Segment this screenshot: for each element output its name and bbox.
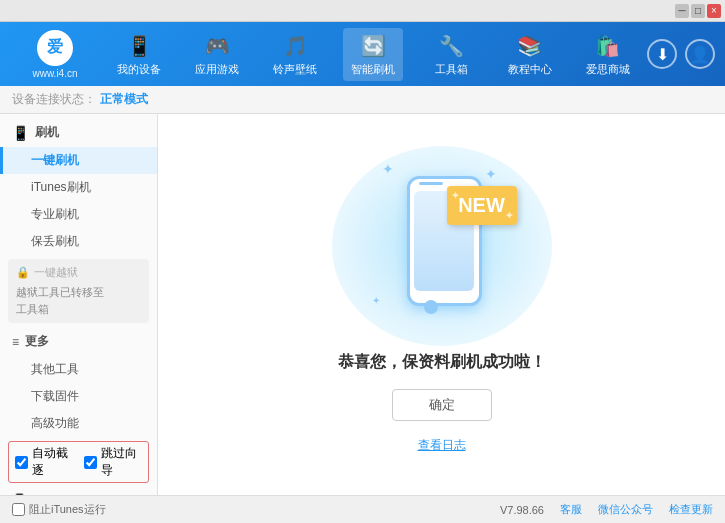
nav-right-btns: ⬇ 👤 <box>647 39 715 69</box>
more-section-icon: ≡ <box>12 335 19 349</box>
status-label: 设备连接状态： <box>12 91 96 108</box>
checkbox-highlight-area: 自动截逐 跳过向导 <box>8 441 149 483</box>
confirm-button[interactable]: 确定 <box>392 389 492 421</box>
nav-items: 📱 我的设备 🎮 应用游戏 🎵 铃声壁纸 🔄 智能刷机 🔧 工具箱 📚 教程中心… <box>100 28 647 81</box>
toolbox-label: 工具箱 <box>435 62 468 77</box>
jailbreak-title: 🔒 一键越狱 <box>16 265 141 280</box>
auto-upload-input[interactable] <box>15 456 28 469</box>
skip-wizard-label: 跳过向导 <box>101 445 143 479</box>
sparkle-1: ✦ <box>382 161 394 177</box>
bottom-right: V7.98.66 客服 微信公众号 检查更新 <box>500 502 713 517</box>
download-nav-btn[interactable]: ⬇ <box>647 39 677 69</box>
device-name: 📱 iPhone 12 mini <box>12 493 145 495</box>
logo-icon: 爱 <box>37 30 73 66</box>
apps-icon: 🎮 <box>203 32 231 60</box>
wechat-link[interactable]: 微信公众号 <box>598 502 653 517</box>
block-itunes-checkbox[interactable]: 阻止iTunes运行 <box>12 502 106 517</box>
tutorial-icon: 📚 <box>516 32 544 60</box>
device-section: 📱 iPhone 12 mini 64GB Down-12mini-13,1 <box>0 487 157 495</box>
nav-smart-flash[interactable]: 🔄 智能刷机 <box>343 28 403 81</box>
jailbreak-hint: 越狱工具已转移至工具箱 <box>16 284 141 317</box>
back-log-link[interactable]: 查看日志 <box>418 437 466 454</box>
main-layout: 📱 刷机 一键刷机 iTunes刷机 专业刷机 保丢刷机 🔒 一键越狱 越狱工具… <box>0 114 725 495</box>
smart-flash-label: 智能刷机 <box>351 62 395 77</box>
sidebar-item-other-tools[interactable]: 其他工具 <box>0 356 157 383</box>
nav-shop[interactable]: 🛍️ 爱思商城 <box>578 28 638 81</box>
auto-upload-checkbox[interactable]: 自动截逐 <box>15 445 74 479</box>
block-itunes-label: 阻止iTunes运行 <box>29 502 106 517</box>
new-badge: NEW <box>447 186 517 246</box>
maximize-btn[interactable]: □ <box>691 4 705 18</box>
sidebar-item-itunes-flash[interactable]: iTunes刷机 <box>0 174 157 201</box>
nav-apps-games[interactable]: 🎮 应用游戏 <box>187 28 247 81</box>
success-title: 恭喜您，保资料刷机成功啦！ <box>338 352 546 373</box>
apps-label: 应用游戏 <box>195 62 239 77</box>
sidebar-item-advanced[interactable]: 高级功能 <box>0 410 157 437</box>
version-label: V7.98.66 <box>500 504 544 516</box>
close-btn[interactable]: × <box>707 4 721 18</box>
my-device-label: 我的设备 <box>117 62 161 77</box>
nav-ringtone[interactable]: 🎵 铃声壁纸 <box>265 28 325 81</box>
new-ribbon-text: NEW <box>447 186 517 225</box>
more-section-title: 更多 <box>25 333 49 350</box>
skip-wizard-input[interactable] <box>84 456 97 469</box>
user-nav-btn[interactable]: 👤 <box>685 39 715 69</box>
shop-label: 爱思商城 <box>586 62 630 77</box>
sidebar-item-download-fw[interactable]: 下载固件 <box>0 383 157 410</box>
nav-my-device[interactable]: 📱 我的设备 <box>109 28 169 81</box>
status-bar: 设备连接状态： 正常模式 <box>0 86 725 114</box>
phone-home-btn <box>424 300 438 314</box>
sidebar: 📱 刷机 一键刷机 iTunes刷机 专业刷机 保丢刷机 🔒 一键越狱 越狱工具… <box>0 114 158 495</box>
jailbreak-section: 🔒 一键越狱 越狱工具已转移至工具箱 <box>8 259 149 323</box>
block-itunes-input[interactable] <box>12 503 25 516</box>
more-section-header: ≡ 更多 <box>0 327 157 356</box>
status-value: 正常模式 <box>100 91 148 108</box>
flash-section-title: 刷机 <box>35 124 59 141</box>
lock-icon: 🔒 <box>16 266 30 279</box>
phone-speaker <box>419 182 443 185</box>
minimize-btn[interactable]: ─ <box>675 4 689 18</box>
bottom-bar: 阻止iTunes运行 V7.98.66 客服 微信公众号 检查更新 <box>0 495 725 523</box>
update-link[interactable]: 检查更新 <box>669 502 713 517</box>
toolbox-icon: 🔧 <box>438 32 466 60</box>
top-nav: 爱 www.i4.cn 📱 我的设备 🎮 应用游戏 🎵 铃声壁纸 🔄 智能刷机 … <box>0 22 725 86</box>
support-link[interactable]: 客服 <box>560 502 582 517</box>
flash-section-header: 📱 刷机 <box>0 118 157 147</box>
phone-illustration: ✦ ✦ ✦ NEW <box>362 156 522 336</box>
title-bar: ─ □ × <box>0 0 725 22</box>
sidebar-item-save-flash[interactable]: 保丢刷机 <box>0 228 157 255</box>
flash-section-icon: 📱 <box>12 125 29 141</box>
sidebar-item-pro-flash[interactable]: 专业刷机 <box>0 201 157 228</box>
my-device-icon: 📱 <box>125 32 153 60</box>
shop-icon: 🛍️ <box>594 32 622 60</box>
smart-flash-icon: 🔄 <box>359 32 387 60</box>
sidebar-item-one-click-flash[interactable]: 一键刷机 <box>0 147 157 174</box>
tutorial-label: 教程中心 <box>508 62 552 77</box>
content-area: ✦ ✦ ✦ NEW 恭喜您，保资料刷机成功啦！ 确定 查看日志 <box>158 114 725 495</box>
logo-area[interactable]: 爱 www.i4.cn <box>10 30 100 79</box>
nav-tutorial[interactable]: 📚 教程中心 <box>500 28 560 81</box>
success-content: ✦ ✦ ✦ NEW 恭喜您，保资料刷机成功啦！ 确定 查看日志 <box>338 156 546 454</box>
logo-url: www.i4.cn <box>32 68 77 79</box>
auto-upload-label: 自动截逐 <box>32 445 74 479</box>
sparkle-3: ✦ <box>372 295 380 306</box>
device-phone-icon: 📱 <box>12 493 27 495</box>
nav-toolbox[interactable]: 🔧 工具箱 <box>422 28 482 81</box>
bottom-left: 阻止iTunes运行 <box>12 502 106 517</box>
ringtone-icon: 🎵 <box>281 32 309 60</box>
skip-wizard-checkbox[interactable]: 跳过向导 <box>84 445 143 479</box>
sparkle-2: ✦ <box>485 166 497 182</box>
ringtone-label: 铃声壁纸 <box>273 62 317 77</box>
